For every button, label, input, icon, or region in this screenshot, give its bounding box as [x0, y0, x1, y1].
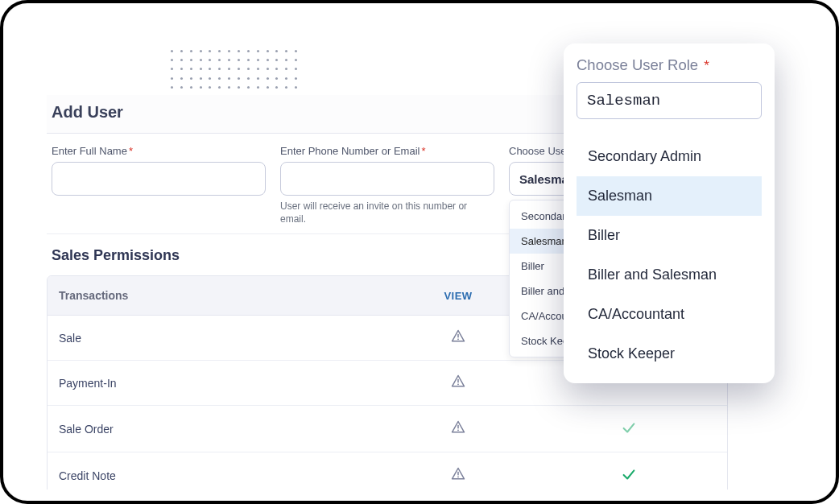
role-option[interactable]: Biller: [577, 216, 762, 255]
warning-icon: [450, 379, 466, 392]
contact-label: Enter Phone Number or Email*: [280, 145, 494, 157]
svg-point-7: [457, 477, 459, 478]
required-star: *: [129, 145, 133, 157]
full-name-label: Enter Full Name*: [52, 145, 266, 157]
role-option[interactable]: Secondary Admin: [577, 137, 762, 176]
decorative-dot-grid: [171, 50, 300, 90]
role-expanded-input[interactable]: [577, 82, 762, 119]
warning-icon: [450, 472, 466, 485]
warning-icon: [450, 334, 466, 347]
app-window: Add User Enter Full Name* Enter Phone Nu…: [0, 0, 839, 504]
warning-icon: [450, 425, 466, 438]
role-option[interactable]: Salesman: [577, 176, 762, 216]
permission-row-name: Payment-In: [48, 364, 386, 403]
app-canvas: Add User Enter Full Name* Enter Phone Nu…: [14, 14, 825, 490]
permission-row: Credit Note: [48, 452, 727, 490]
check-icon: [620, 419, 638, 439]
role-option[interactable]: Stock Keeper: [577, 334, 762, 374]
permission-row-name: Sale Order: [48, 410, 386, 448]
contact-field: Enter Phone Number or Email* User will r…: [280, 145, 494, 225]
svg-point-3: [457, 384, 459, 386]
role-expanded-options: Secondary AdminSalesmanBillerBiller and …: [577, 137, 762, 374]
permission-row-name: Credit Note: [48, 456, 386, 490]
contact-input[interactable]: [280, 162, 494, 196]
role-expanded-label: Choose User Role *: [577, 56, 762, 74]
permission-add-cell[interactable]: [531, 406, 727, 452]
required-star: *: [704, 58, 709, 73]
full-name-field: Enter Full Name*: [52, 145, 266, 225]
permission-add-cell[interactable]: [531, 452, 727, 490]
contact-helper-text: User will receive an invite on this numb…: [280, 200, 490, 225]
check-icon: [620, 465, 638, 485]
permission-view-cell[interactable]: [386, 407, 531, 451]
role-dropdown-expanded: Choose User Role * Secondary AdminSalesm…: [564, 43, 775, 383]
permission-row-name: Sale: [48, 319, 386, 357]
svg-point-1: [457, 339, 459, 341]
permissions-col-transactions: Transactions: [48, 276, 386, 315]
full-name-input[interactable]: [52, 162, 266, 196]
permission-view-cell[interactable]: [386, 453, 531, 490]
required-star: *: [421, 145, 425, 157]
permission-row: Sale Order: [48, 405, 727, 452]
svg-point-5: [457, 430, 459, 432]
permission-view-cell[interactable]: [386, 361, 531, 405]
role-option[interactable]: Biller and Salesman: [577, 255, 762, 295]
role-option[interactable]: CA/Accountant: [577, 295, 762, 334]
